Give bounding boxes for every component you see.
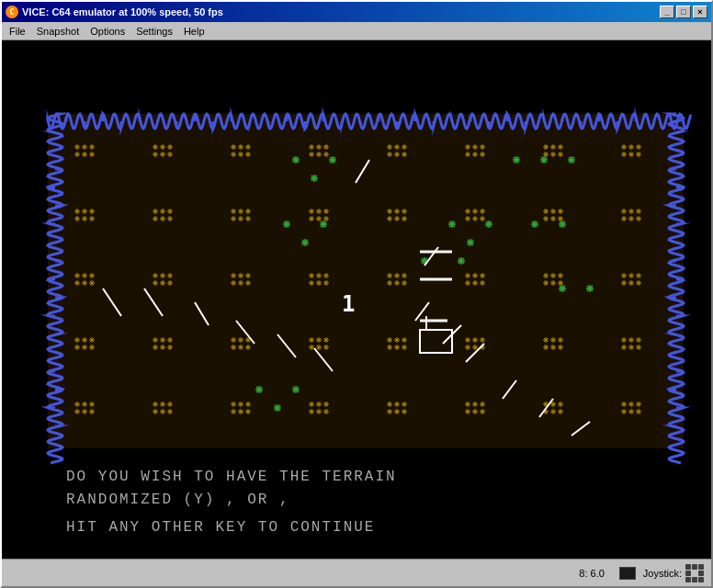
menu-file[interactable]: File	[4, 24, 31, 39]
menu-settings[interactable]: Settings	[130, 24, 178, 39]
game-canvas	[2, 40, 711, 559]
joy-cell-1	[685, 564, 691, 570]
close-button[interactable]: ×	[693, 6, 707, 18]
title-bar: C VICE: C64 emulator at 100% speed, 50 f…	[2, 2, 711, 22]
window-icon: C	[6, 6, 18, 18]
title-buttons: _ □ ×	[660, 6, 707, 18]
joy-cell-2	[692, 564, 697, 570]
status-bar: 8: 6.0 Joystick:	[2, 559, 711, 586]
menu-help[interactable]: Help	[178, 24, 210, 39]
menu-options[interactable]: Options	[85, 24, 130, 39]
main-window: C VICE: C64 emulator at 100% speed, 50 f…	[0, 0, 713, 588]
maximize-button[interactable]: □	[676, 6, 691, 18]
menu-snapshot[interactable]: Snapshot	[31, 24, 85, 39]
joystick-grid	[685, 564, 704, 582]
joy-cell-7	[685, 577, 691, 582]
joy-cell-8	[692, 577, 697, 582]
joy-cell-3	[698, 564, 704, 570]
title-bar-left: C VICE: C64 emulator at 100% speed, 50 f…	[6, 6, 223, 18]
joystick-indicator: Joystick:	[643, 564, 704, 582]
joystick-label: Joystick:	[643, 568, 682, 579]
minimize-button[interactable]: _	[660, 6, 674, 18]
menu-bar: File Snapshot Options Settings Help	[2, 22, 711, 40]
joy-cell-center	[692, 571, 697, 576]
joy-cell-4	[685, 571, 691, 576]
joy-cell-9	[698, 577, 704, 582]
emulator-area	[2, 40, 711, 559]
window-title: VICE: C64 emulator at 100% speed, 50 fps	[22, 6, 223, 17]
joy-cell-6	[698, 571, 704, 576]
drive-light	[619, 567, 636, 580]
version-text: 8: 6.0	[579, 568, 605, 579]
